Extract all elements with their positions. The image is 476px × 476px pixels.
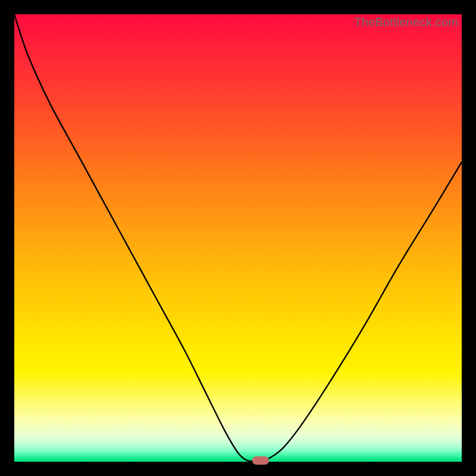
bottleneck-curve bbox=[14, 14, 462, 462]
plot-area: TheBottleneck.com bbox=[14, 14, 462, 462]
curve-path bbox=[14, 14, 462, 461]
optimal-marker bbox=[252, 456, 269, 465]
chart-frame: TheBottleneck.com bbox=[0, 0, 476, 476]
